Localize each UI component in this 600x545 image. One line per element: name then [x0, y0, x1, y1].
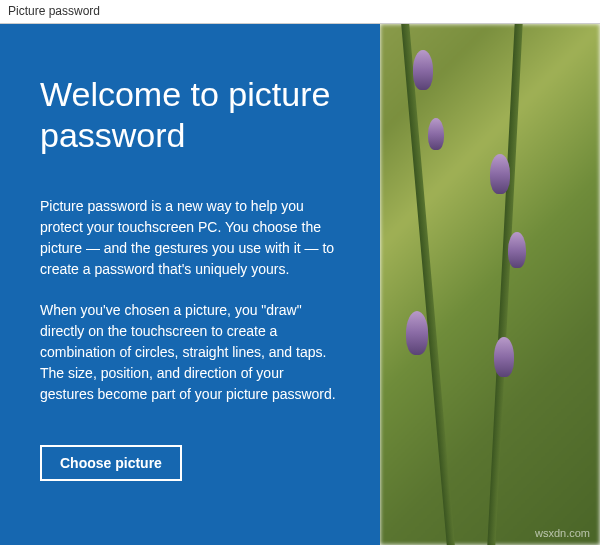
choose-picture-button[interactable]: Choose picture [40, 445, 182, 481]
intro-paragraph-2: When you've chosen a picture, you "draw"… [40, 300, 340, 405]
decorative-flower [413, 50, 433, 90]
window-titlebar: Picture password [0, 0, 600, 24]
decorative-flower [494, 337, 514, 377]
intro-paragraph-1: Picture password is a new way to help yo… [40, 196, 340, 280]
decorative-flower [406, 311, 428, 355]
watermark-text: wsxdn.com [535, 527, 590, 539]
instructions-panel: Welcome to picture password Picture pass… [0, 24, 380, 545]
decorative-flower [508, 232, 526, 268]
picture-preview-panel [380, 24, 600, 545]
window-title: Picture password [8, 4, 100, 18]
decorative-flower [428, 118, 444, 150]
decorative-flower [490, 154, 510, 194]
picture-password-window: Picture password Welcome to picture pass… [0, 0, 600, 545]
page-heading: Welcome to picture password [40, 74, 340, 156]
content-area: Welcome to picture password Picture pass… [0, 24, 600, 545]
